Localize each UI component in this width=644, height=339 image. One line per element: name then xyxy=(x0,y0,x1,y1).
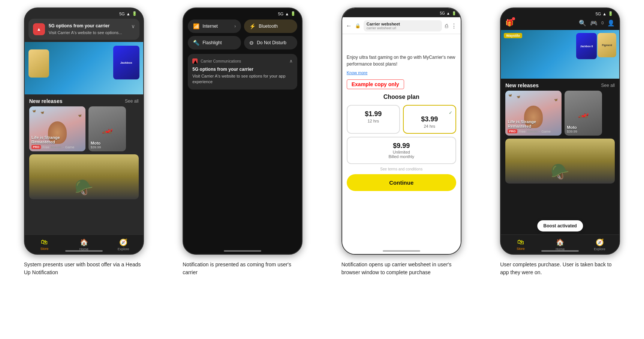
bluetooth-label: Bluetooth xyxy=(259,24,278,29)
battery-1: 🔋 xyxy=(132,11,137,16)
plan-card-3-99[interactable]: ✓ $3.99 24 hrs xyxy=(403,105,456,134)
see-all-button-4[interactable]: See all xyxy=(601,83,615,88)
battery-3: 🔋 xyxy=(452,11,456,15)
controller-icon-4[interactable]: 🎮 xyxy=(590,19,598,27)
notif-chevron-up-icon[interactable]: ∧ xyxy=(289,58,293,64)
game-type-1: Game xyxy=(65,145,75,149)
terms-text[interactable]: See terms and conditions xyxy=(347,167,456,171)
game-card-moto-1[interactable]: 🏎️ Moto $39.99 xyxy=(88,106,126,151)
notif-card-app-label: Carrier Communications xyxy=(201,59,286,63)
heads-up-notification[interactable]: ▲ 5G options from your carrier Visit Car… xyxy=(28,19,139,40)
game-card-lis-4[interactable]: 🦋 🦋 🦋 Life is Strange Remastered PRO Fre… xyxy=(505,91,562,136)
phone-screen2: 5G ▲ 🔋 📶 Internet › ⚡ xyxy=(183,7,303,255)
websheet-content: Enjoy ultra fast gaming on the go with M… xyxy=(342,49,461,254)
plan-check-icon: ✓ xyxy=(449,110,452,115)
bottom-game-card-4[interactable]: 🪖 xyxy=(505,139,615,184)
phone-screen4: 5G ▲ 🔋 🎁 🔍 🎮 0 👤 xyxy=(500,7,620,255)
nav-store-4[interactable]: 🛍 Store xyxy=(501,235,540,254)
game-row-4: 🦋 🦋 🦋 Life is Strange Remastered PRO Fre… xyxy=(501,91,619,136)
plan-unlimited-label: Unlimited xyxy=(352,150,451,154)
quick-tile-row-2: 🔦 Flashlight ⊖ Do Not Disturb xyxy=(188,36,297,49)
lock-icon: 🔒 xyxy=(355,23,361,28)
ws-status-icons: 5G ▲ 🔋 xyxy=(440,11,456,15)
see-all-button-1[interactable]: See all xyxy=(125,99,139,104)
chevron-down-icon[interactable]: ∨ xyxy=(131,23,135,29)
back-button[interactable]: ← xyxy=(346,22,352,29)
game-price-strike-1: $24.99 xyxy=(51,145,61,149)
plan-billing: Billed monthly xyxy=(352,154,451,159)
quick-tile-bluetooth[interactable]: ⚡ Bluetooth xyxy=(244,19,297,33)
screen4-bg: 5G ▲ 🔋 🎁 🔍 🎮 0 👤 xyxy=(501,8,619,254)
internet-label: Internet xyxy=(202,24,218,29)
game-name-lis-1: Life is Strange Remastered xyxy=(31,135,83,144)
status-bar-3: 5G ▲ 🔋 xyxy=(342,8,461,18)
top-bar-right: 🔍 🎮 0 👤 xyxy=(579,19,615,27)
nav-store-label-4: Store xyxy=(517,247,525,251)
bottom-game-card-1[interactable]: 🪖 xyxy=(29,154,139,199)
home-indicator-3 xyxy=(383,250,420,252)
plan-card-1-99[interactable]: $1.99 12 hrs xyxy=(347,105,400,134)
column-4: 5G ▲ 🔋 🎁 🔍 🎮 0 👤 xyxy=(484,7,637,276)
nav-explore-1[interactable]: 🧭 Explore xyxy=(103,235,143,254)
nav-store-1[interactable]: 🛍 Store xyxy=(25,235,64,254)
quick-tile-internet[interactable]: 📶 Internet › xyxy=(188,19,241,33)
more-options-icon[interactable]: ⋮ xyxy=(451,22,457,30)
phone-screen3: 5G ▲ 🔋 ← 🔒 Carrier websheet carrier webs… xyxy=(341,7,461,255)
game-type-4: Game xyxy=(541,130,551,133)
search-icon-4[interactable]: 🔍 xyxy=(579,19,586,27)
signal-5g-2: 5G xyxy=(278,12,284,16)
share-icon[interactable]: ⎙ xyxy=(445,23,448,29)
home-indicator-2 xyxy=(224,250,261,252)
quick-tile-flashlight[interactable]: 🔦 Flashlight xyxy=(188,36,241,49)
friend-count-4: 0 xyxy=(601,21,604,25)
status-icons-4: 5G ▲ 🔋 xyxy=(596,11,614,16)
plan-price-2: $3.99 xyxy=(407,115,452,123)
top-bar-left: 🎁 xyxy=(505,19,514,27)
arrow-right-icon: › xyxy=(234,24,236,29)
plan-price-unlimited: $9.99 xyxy=(352,142,451,150)
status-bar-4: 5G ▲ 🔋 xyxy=(501,8,619,18)
game-price-moto-4: $39.99 xyxy=(567,130,600,133)
quick-tile-dnd[interactable]: ⊖ Do Not Disturb xyxy=(244,36,297,49)
game-price-strike-4: $24.99 xyxy=(527,130,538,133)
status-bar-1: 5G ▲ 🔋 xyxy=(25,8,143,18)
game-card-lis-1[interactable]: 🦋 🦋 🦋 Life is Strange Remastered PRO Fre… xyxy=(29,106,85,151)
app-content-1: Jackbox New releases See all xyxy=(25,42,143,254)
browser-bar: ← 🔒 Carrier websheet carrier websheet ur… xyxy=(342,17,461,34)
column-2: 5G ▲ 🔋 📶 Internet › ⚡ xyxy=(166,7,319,276)
avatar-icon-4[interactable]: 👤 xyxy=(607,19,615,27)
know-more-link[interactable]: Know more xyxy=(347,70,456,75)
nav-explore-label-1: Explore xyxy=(118,247,129,251)
game-meta-lis-4: PRO Free $24.99 · Game xyxy=(508,129,559,133)
wifi-icon: 📶 xyxy=(193,23,199,29)
section-header-4: New releases See all xyxy=(501,79,619,91)
game-price-1: Free xyxy=(42,145,49,149)
carrier-signal-icon: ▲ xyxy=(37,27,41,32)
url-box[interactable]: Carrier websheet carrier websheet url xyxy=(364,20,442,31)
signal-bars-4: ▲ xyxy=(602,12,607,16)
section-header-1: New releases See all xyxy=(25,94,143,106)
quick-tile-row-1: 📶 Internet › ⚡ Bluetooth xyxy=(188,19,297,33)
hero-banner-1: Jackbox xyxy=(25,42,143,94)
gift-icon-4[interactable]: 🎁 xyxy=(505,19,514,27)
nav-explore-4[interactable]: 🧭 Explore xyxy=(580,235,619,254)
notification-title: 5G options from your carrier xyxy=(49,23,127,29)
game-price-4: Free xyxy=(519,130,526,133)
carrier-notification-card[interactable]: ▲ Carrier Communications ∧ 5G options fr… xyxy=(188,54,297,90)
status-bar-2: 5G ▲ 🔋 xyxy=(183,8,302,18)
notification-content: 5G options from your carrier Visit Carri… xyxy=(49,23,127,35)
explore-icon-4: 🧭 xyxy=(596,238,604,246)
continue-button[interactable]: Continue xyxy=(347,174,456,191)
signal-5g-1: 5G xyxy=(119,12,125,16)
notif-card-title: 5G options from your carrier xyxy=(192,67,293,72)
plan-card-unlimited[interactable]: $9.99 Unlimited Billed monthly xyxy=(347,137,456,164)
caption-1: System presents user with boost offer vi… xyxy=(24,261,144,276)
dnd-label: Do Not Disturb xyxy=(257,40,286,45)
plan-duration-1: 12 hrs xyxy=(350,119,396,123)
hero-banner-4: Waystilo Jackbox 8 Figment xyxy=(501,30,619,79)
example-copy-banner: Example copy only xyxy=(347,79,404,89)
game-card-moto-4[interactable]: 🏎️ Moto $39.99 xyxy=(565,91,602,136)
caption-3: Notification opens up carrier websheet i… xyxy=(341,261,461,276)
caption-4: User completes purchase. User is taken b… xyxy=(500,261,620,276)
home-indicator-4 xyxy=(541,250,579,252)
